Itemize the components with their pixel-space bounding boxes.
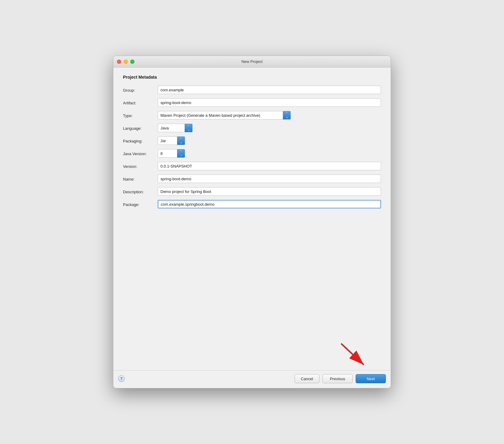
footer: ? Cancel Previous Next [113, 370, 391, 388]
packaging-select-wrapper: Jar War [158, 136, 185, 145]
description-row: Description: [123, 187, 381, 196]
type-row: Type: Maven Project (Generate a Maven ba… [123, 111, 381, 119]
packaging-row: Packaging: Jar War [123, 136, 381, 145]
name-row: Name: [123, 175, 381, 183]
previous-button[interactable]: Previous [322, 374, 353, 383]
language-select[interactable]: Java Kotlin Groovy [158, 124, 192, 132]
next-button[interactable]: Next [356, 374, 386, 383]
java-version-select-wrapper: 8 11 17 21 [158, 149, 185, 158]
maximize-button[interactable] [130, 60, 134, 64]
name-input[interactable] [158, 175, 381, 183]
group-input[interactable] [158, 86, 381, 94]
version-row: Version: [123, 162, 381, 170]
traffic-lights [117, 60, 134, 64]
package-row: Package: [123, 200, 381, 208]
type-select-wrapper: Maven Project (Generate a Maven based pr… [158, 111, 291, 119]
footer-right: Cancel Previous Next [295, 374, 386, 383]
language-row: Language: Java Kotlin Groovy [123, 124, 381, 132]
java-version-label: Java Version: [123, 151, 158, 156]
description-input[interactable] [158, 187, 381, 196]
cancel-button[interactable]: Cancel [295, 374, 319, 383]
minimize-button[interactable] [124, 60, 128, 64]
type-label: Type: [123, 113, 158, 118]
description-label: Description: [123, 189, 158, 194]
language-select-wrapper: Java Kotlin Groovy [158, 124, 192, 132]
artifact-row: Artifact: [123, 98, 381, 107]
java-version-select[interactable]: 8 11 17 21 [158, 149, 185, 158]
help-button[interactable]: ? [118, 375, 125, 382]
group-row: Group: [123, 86, 381, 94]
window-title: New Project [241, 59, 263, 64]
new-project-dialog: New Project Project Metadata Group: Arti… [113, 56, 391, 388]
content-area: Project Metadata Group: Artifact: Type: [113, 67, 391, 370]
form-area: Group: Artifact: Type: Maven Project (Ge… [123, 86, 381, 365]
section-title: Project Metadata [123, 75, 381, 80]
packaging-select[interactable]: Jar War [158, 136, 185, 145]
artifact-label: Artifact: [123, 100, 158, 105]
footer-left: ? [118, 375, 125, 382]
package-label: Package: [123, 202, 158, 207]
name-label: Name: [123, 176, 158, 181]
type-select[interactable]: Maven Project (Generate a Maven based pr… [158, 111, 291, 119]
version-label: Version: [123, 164, 158, 169]
language-label: Language: [123, 126, 158, 131]
artifact-input[interactable] [158, 98, 381, 107]
packaging-label: Packaging: [123, 138, 158, 143]
close-button[interactable] [117, 60, 121, 64]
version-input[interactable] [158, 162, 381, 170]
package-input[interactable] [158, 200, 381, 208]
title-bar: New Project [113, 56, 391, 67]
java-version-row: Java Version: 8 11 17 21 [123, 149, 381, 158]
group-label: Group: [123, 87, 158, 93]
